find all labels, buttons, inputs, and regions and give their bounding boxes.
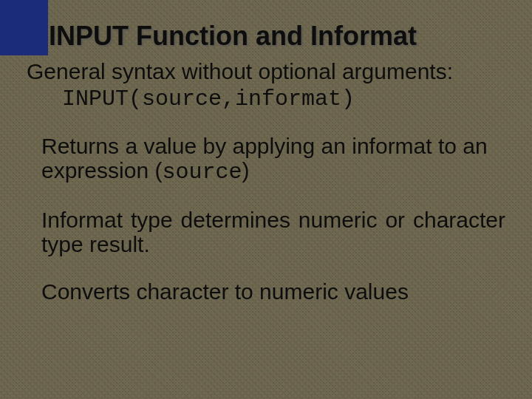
slide-title: INPUT Function and Informat [49, 21, 505, 52]
syntax-intro: General syntax without optional argument… [27, 59, 505, 85]
corner-accent [0, 0, 48, 55]
slide: INPUT Function and Informat General synt… [0, 0, 532, 399]
paragraph-converts: Converts character to numeric values [41, 279, 505, 304]
text-run: Returns a value by applying an informat … [41, 134, 488, 183]
body-block: Returns a value by applying an informat … [41, 134, 505, 304]
paragraph-informat-type: Informat type determines numeric or char… [41, 208, 505, 257]
syntax-code: INPUT(source,informat) [62, 86, 505, 112]
text-run: ) [242, 158, 249, 183]
code-source: source [162, 160, 242, 185]
paragraph-returns: Returns a value by applying an informat … [41, 134, 505, 185]
